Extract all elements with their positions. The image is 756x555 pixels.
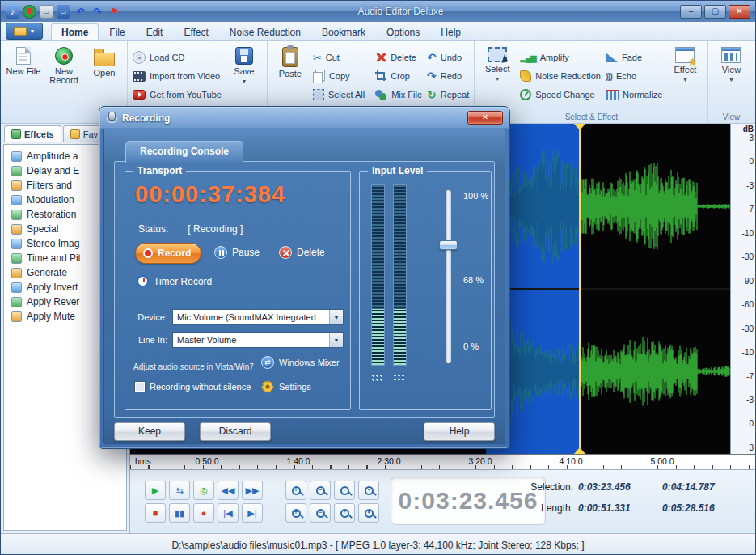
- copy-button[interactable]: Copy: [311, 69, 366, 83]
- adjust-audio-source-link[interactable]: Adjust audio source in Vista/Win7: [133, 362, 254, 371]
- effect-button[interactable]: Effect: [665, 44, 704, 83]
- minimize-button[interactable]: [680, 5, 702, 19]
- load-cd-button[interactable]: Load CD: [131, 50, 223, 65]
- tab-file[interactable]: File: [99, 23, 135, 40]
- record-icon: [143, 248, 153, 258]
- tree-item-label: Apply Invert: [27, 282, 78, 293]
- speed-change-label: Speed Change: [535, 90, 594, 100]
- tab-options[interactable]: Options: [376, 23, 430, 40]
- bookmark-flag-icon[interactable]: [108, 5, 121, 19]
- input-level-slider[interactable]: [436, 189, 460, 364]
- save-button[interactable]: Save: [225, 44, 264, 84]
- chevron-down-icon: [30, 28, 36, 34]
- zoom-in-button[interactable]: +: [285, 481, 306, 500]
- tree-item-label: Generate: [27, 267, 67, 278]
- maximize-button[interactable]: [704, 5, 726, 19]
- db-tick-label: -60: [742, 300, 754, 309]
- window-title: Audio Editor Deluxe: [125, 6, 677, 17]
- dialog-titlebar[interactable]: Recording: [99, 107, 509, 129]
- amplify-button[interactable]: Amplify: [518, 50, 602, 65]
- tab-bookmark[interactable]: Bookmark: [311, 23, 376, 40]
- effect-category-icon: [11, 268, 22, 278]
- repeat-button[interactable]: Repeat: [425, 87, 471, 102]
- vertical-zoom-selection-button[interactable]: ▫: [334, 503, 355, 523]
- vertical-zoom-out-button[interactable]: −: [310, 503, 331, 523]
- paste-button[interactable]: Paste: [271, 44, 310, 78]
- record-button[interactable]: [193, 503, 214, 523]
- redo-button[interactable]: Redo: [425, 69, 471, 83]
- zoom-selection-button[interactable]: ▫: [334, 481, 355, 500]
- vertical-zoom-in-button[interactable]: +: [285, 503, 306, 523]
- zoom-all-button[interactable]: ▪: [358, 481, 379, 500]
- quick-undo-icon[interactable]: [74, 5, 87, 19]
- effects-tab-label: Effcets: [24, 129, 54, 139]
- forward-button[interactable]: [242, 481, 263, 500]
- record-toggle-button[interactable]: Record: [135, 243, 201, 264]
- settings-button[interactable]: Settings: [261, 380, 311, 393]
- quick-record-icon[interactable]: [23, 5, 36, 19]
- recording-without-silence-checkbox[interactable]: [135, 382, 145, 392]
- line-in-select[interactable]: Master Volume: [172, 332, 344, 348]
- normalize-button[interactable]: Normalize: [604, 87, 665, 102]
- titlebar: Audio Editor Deluxe: [1, 1, 755, 22]
- group-label-view: View: [708, 112, 754, 121]
- go-end-button[interactable]: [242, 503, 263, 523]
- tab-effect[interactable]: Effect: [173, 23, 218, 40]
- select-all-button[interactable]: Select All: [311, 87, 366, 102]
- print-icon[interactable]: [40, 5, 53, 19]
- dialog-body: Recording Console Transport 00:00:37:384…: [103, 129, 505, 444]
- speed-change-button[interactable]: Speed Change: [518, 87, 602, 102]
- crop-label: Crop: [391, 71, 410, 81]
- slider-thumb[interactable]: [439, 240, 458, 250]
- delete-recording-button[interactable]: Delete: [279, 246, 325, 259]
- fade-button[interactable]: Fade: [604, 50, 665, 65]
- play-button[interactable]: [145, 481, 166, 500]
- rewind-button[interactable]: [218, 481, 239, 500]
- effect-category-icon: [11, 180, 22, 191]
- settings-label: Settings: [279, 382, 311, 392]
- play-selection-button[interactable]: [193, 481, 214, 500]
- delete-button[interactable]: Delete: [374, 50, 424, 65]
- vertical-zoom-all-button[interactable]: ▪: [358, 503, 379, 523]
- app-menu-button[interactable]: [6, 23, 43, 40]
- help-button[interactable]: Help: [424, 422, 495, 441]
- undo-button[interactable]: Undo: [425, 50, 471, 65]
- recording-console-tab[interactable]: Recording Console: [125, 141, 243, 163]
- go-start-button[interactable]: [218, 503, 239, 523]
- dialog-close-button[interactable]: [467, 111, 503, 125]
- timeline-label: 2:30.0: [377, 456, 400, 466]
- keep-button[interactable]: Keep: [114, 422, 185, 441]
- cut-button[interactable]: Cut: [311, 50, 366, 65]
- pause-recording-button[interactable]: Pause: [214, 246, 260, 259]
- windows-mixer-button[interactable]: Windows Mixer: [261, 356, 340, 369]
- import-video-button[interactable]: Import from Video: [131, 69, 223, 83]
- crop-button[interactable]: Crop: [374, 69, 424, 83]
- device-select[interactable]: Mic Volume (SoundMAX Integrated: [172, 309, 344, 325]
- close-button[interactable]: [729, 5, 750, 19]
- selection-end-value: 0:04:14.787: [662, 481, 746, 493]
- timer-record-button[interactable]: Timer Record: [137, 275, 212, 287]
- zoom-out-button[interactable]: −: [310, 481, 331, 500]
- youtube-button[interactable]: Get from YouTube: [131, 87, 223, 102]
- sidebar-tab-effects[interactable]: Effcets: [4, 125, 61, 142]
- timeline-ruler[interactable]: hms0:50.01:40.02:30.03:20.04:10.05:00.0: [130, 454, 756, 470]
- pause-button[interactable]: [169, 503, 190, 523]
- select-button[interactable]: Select: [478, 44, 517, 82]
- noise-reduction-button[interactable]: Noise Reduction: [518, 69, 602, 83]
- mix-file-button[interactable]: Mix File: [374, 87, 424, 102]
- new-record-button[interactable]: New Record: [44, 44, 83, 85]
- stop-button[interactable]: [145, 503, 166, 523]
- echo-button[interactable]: Echo: [604, 69, 665, 83]
- tab-edit[interactable]: Edit: [136, 23, 174, 40]
- tab-home[interactable]: Home: [51, 23, 99, 40]
- open-button[interactable]: Open: [85, 44, 124, 78]
- tab-help[interactable]: Help: [430, 23, 471, 40]
- quick-redo-icon[interactable]: [91, 5, 104, 19]
- device-value: Mic Volume (SoundMAX Integrated: [177, 312, 316, 322]
- loop-button[interactable]: [169, 481, 190, 500]
- quick-save-icon[interactable]: [57, 5, 70, 19]
- view-button[interactable]: View: [712, 44, 750, 83]
- new-file-button[interactable]: New File: [4, 44, 43, 76]
- discard-button[interactable]: Discard: [200, 422, 271, 441]
- tab-noise-reduction[interactable]: Noise Reduction: [219, 23, 311, 40]
